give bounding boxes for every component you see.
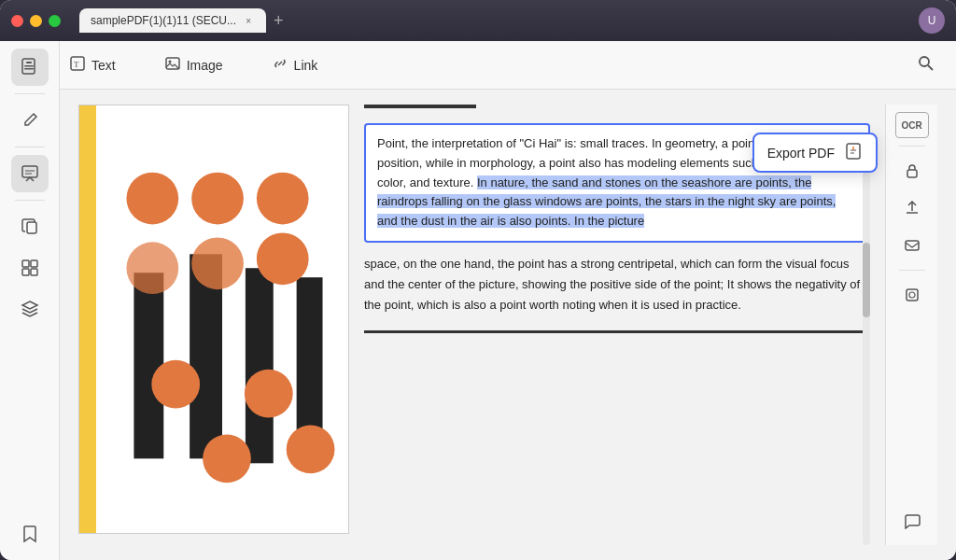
sidebar-divider-3 — [15, 200, 45, 201]
share-button[interactable] — [895, 191, 929, 225]
svg-point-23 — [126, 173, 178, 225]
svg-rect-35 — [906, 241, 919, 250]
text-selection-box[interactable]: Point, the interpretation of "Ci Hai" is… — [364, 123, 870, 243]
svg-point-24 — [191, 173, 244, 225]
toolbar-image-label: Image — [187, 58, 223, 73]
toolbar-image-button[interactable]: Image — [155, 49, 232, 81]
export-pdf-icon — [844, 142, 863, 163]
sidebar-divider-1 — [15, 93, 45, 94]
text-paragraph-2: space, on the one hand, the point has a … — [364, 250, 870, 319]
svg-point-16 — [920, 57, 929, 66]
image-toolbar-icon — [164, 55, 181, 76]
sidebar-divider-2 — [15, 147, 45, 147]
text-panel: Point, the interpretation of "Ci Hai" is… — [364, 105, 870, 545]
user-avatar[interactable]: U — [919, 7, 945, 34]
scrollbar-thumb[interactable] — [863, 243, 870, 317]
art-svg — [96, 105, 348, 533]
edit-icon — [20, 110, 40, 131]
copy-icon — [20, 217, 40, 237]
document-icon — [20, 57, 40, 77]
svg-rect-34 — [907, 170, 917, 177]
toolbar-text-button[interactable]: T Text — [60, 49, 125, 81]
export-pdf-popup[interactable]: Export PDF — [752, 133, 878, 173]
bookmark-icon — [20, 524, 40, 544]
traffic-lights — [11, 15, 61, 27]
toolbar-search-button[interactable] — [907, 49, 945, 81]
yellow-bar — [79, 105, 96, 533]
right-sidebar-divider-2 — [899, 270, 925, 271]
svg-rect-33 — [847, 144, 860, 159]
close-button[interactable] — [11, 15, 23, 27]
tab-close-button[interactable]: × — [242, 14, 255, 27]
art-content — [96, 105, 348, 533]
pdf-image-panel — [78, 105, 349, 534]
svg-point-31 — [203, 434, 251, 483]
right-sidebar-bottom — [895, 504, 929, 538]
heading-line — [364, 105, 476, 108]
sidebar-bottom — [11, 515, 49, 553]
save-button[interactable] — [895, 278, 929, 312]
svg-rect-1 — [26, 62, 32, 63]
new-tab-button[interactable]: + — [274, 11, 284, 31]
export-pdf-label: Export PDF — [767, 146, 835, 161]
scrollbar-track[interactable] — [863, 142, 870, 545]
svg-point-37 — [909, 292, 915, 298]
svg-rect-4 — [22, 166, 37, 177]
svg-point-26 — [126, 242, 178, 294]
svg-line-17 — [928, 65, 933, 70]
svg-rect-21 — [246, 268, 274, 463]
toolbar-link-label: Link — [294, 58, 318, 73]
right-sidebar: OCR — [885, 105, 937, 545]
svg-rect-9 — [31, 260, 37, 267]
sidebar-item-bookmark[interactable] — [11, 515, 49, 553]
toolbar-link-button[interactable]: Link — [262, 49, 328, 81]
svg-rect-36 — [907, 289, 918, 301]
sidebar-item-grid[interactable] — [11, 249, 49, 287]
left-sidebar — [0, 41, 60, 560]
svg-rect-2 — [24, 65, 34, 67]
tab-title: samplePDF(1)(1)11 (SECU... — [91, 14, 236, 27]
svg-point-25 — [257, 173, 309, 225]
svg-point-27 — [191, 237, 244, 289]
svg-rect-8 — [22, 260, 29, 267]
svg-point-15 — [168, 60, 171, 63]
grid-icon — [20, 258, 40, 278]
sidebar-item-document[interactable] — [11, 49, 49, 86]
chat-button[interactable] — [895, 504, 929, 538]
sidebar-item-layers[interactable] — [11, 290, 49, 328]
active-tab[interactable]: samplePDF(1)(1)11 (SECU... × — [79, 8, 266, 33]
envelope-button[interactable] — [895, 229, 929, 262]
bottom-line — [364, 330, 870, 333]
search-icon — [917, 54, 935, 76]
sidebar-item-copy[interactable] — [11, 208, 49, 245]
svg-point-32 — [287, 426, 335, 474]
app-window: samplePDF(1)(1)11 (SECU... × + U — [0, 0, 956, 560]
main-area: T Text Image Link — [0, 41, 956, 560]
toolbar-text-label: Text — [91, 58, 116, 73]
titlebar: samplePDF(1)(1)11 (SECU... × + U — [0, 0, 956, 41]
svg-rect-3 — [24, 68, 34, 70]
content-area: T Text Image Link — [60, 41, 956, 560]
svg-rect-11 — [31, 269, 37, 275]
layers-icon — [20, 299, 40, 319]
sidebar-item-edit[interactable] — [11, 102, 49, 139]
svg-point-30 — [245, 370, 293, 418]
svg-point-29 — [151, 360, 200, 409]
svg-rect-7 — [27, 222, 36, 233]
minimize-button[interactable] — [30, 15, 42, 27]
annotate-icon — [20, 163, 40, 184]
svg-text:T: T — [74, 60, 79, 69]
toolbar: T Text Image Link — [60, 41, 956, 90]
maximize-button[interactable] — [49, 15, 61, 27]
text-toolbar-icon: T — [69, 55, 86, 76]
svg-rect-10 — [22, 269, 29, 275]
lock-button[interactable] — [895, 154, 929, 188]
ocr-button[interactable]: OCR — [895, 112, 929, 138]
link-toolbar-icon — [272, 55, 288, 76]
svg-rect-19 — [134, 273, 163, 458]
sidebar-item-annotate[interactable] — [11, 155, 49, 192]
right-sidebar-divider-1 — [899, 146, 925, 147]
document-area: Point, the interpretation of "Ci Hai" is… — [60, 90, 956, 560]
svg-point-28 — [257, 232, 309, 285]
